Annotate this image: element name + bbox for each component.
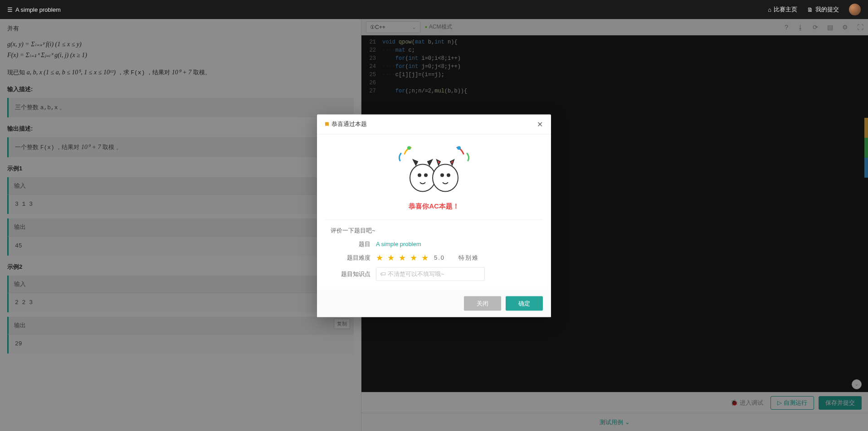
difficulty-text: 特别难 [458, 253, 479, 262]
difficulty-stars[interactable]: ★ ★ ★ ★ ★ 5.0 特别难 [376, 252, 479, 262]
problem-name-link[interactable]: A simple problem [376, 241, 421, 247]
svg-point-2 [418, 174, 421, 176]
row-problem: 题目 A simple problem [330, 240, 538, 248]
tag-icon: 🏷 [380, 271, 386, 277]
modal-confirm-button[interactable]: 确定 [506, 296, 543, 310]
header-left: ☰ A simple problem [7, 6, 61, 13]
tags-input[interactable]: 🏷 不清楚可以不填写哦~ [376, 267, 485, 281]
my-submissions-link[interactable]: 🗎 我的提交 [807, 5, 839, 14]
svg-point-0 [410, 164, 435, 191]
document-icon: 🗎 [807, 6, 813, 13]
header-right: ⌂ 比赛主页 🗎 我的提交 [768, 4, 861, 15]
svg-point-6 [407, 146, 411, 150]
svg-point-4 [441, 174, 444, 176]
svg-point-3 [424, 174, 427, 176]
modal-header: 恭喜通过本题 ✕ [317, 114, 551, 134]
row-difficulty: 题目难度 ★ ★ ★ ★ ★ 5.0 特别难 [330, 252, 538, 262]
congrats-text: 恭喜你AC本题！ [330, 202, 538, 210]
close-icon[interactable]: ✕ [537, 120, 543, 128]
list-icon: ☰ [7, 6, 13, 13]
problem-title: A simple problem [15, 6, 61, 13]
modal-divider [325, 219, 543, 220]
mascot-illustration [395, 142, 473, 197]
close-btn-label: 关闭 [477, 299, 488, 307]
modal-close-button[interactable]: 关闭 [464, 296, 501, 310]
modal-footer: 关闭 确定 [317, 290, 551, 317]
svg-point-5 [447, 174, 450, 176]
contest-home-link[interactable]: ⌂ 比赛主页 [768, 5, 797, 14]
confirm-btn-label: 确定 [518, 299, 530, 307]
svg-point-1 [433, 164, 458, 191]
row-tags: 题目知识点 🏷 不清楚可以不填写哦~ [330, 267, 538, 281]
difficulty-score: 5.0 [434, 254, 445, 261]
home-icon: ⌂ [768, 6, 771, 13]
success-modal: 恭喜通过本题 ✕ [317, 114, 551, 317]
modal-title: 恭喜通过本题 [332, 120, 367, 128]
label-tags: 题目知识点 [330, 270, 371, 278]
label-problem: 题目 [330, 240, 371, 248]
app-header: ☰ A simple problem ⌂ 比赛主页 🗎 我的提交 [0, 0, 868, 19]
modal-body: 恭喜你AC本题！ 评价一下题目吧~ 题目 A simple problem 题目… [317, 134, 551, 290]
rate-prompt: 评价一下题目吧~ [330, 226, 538, 234]
label-difficulty: 题目难度 [330, 253, 371, 262]
svg-point-7 [457, 146, 461, 150]
star-icon: ★ ★ ★ ★ ★ [376, 252, 429, 262]
tags-placeholder: 不清楚可以不填写哦~ [388, 270, 444, 278]
submissions-label: 我的提交 [815, 5, 839, 14]
avatar[interactable] [849, 4, 861, 15]
home-label: 比赛主页 [774, 5, 797, 14]
modal-title-marker-icon [325, 122, 329, 126]
